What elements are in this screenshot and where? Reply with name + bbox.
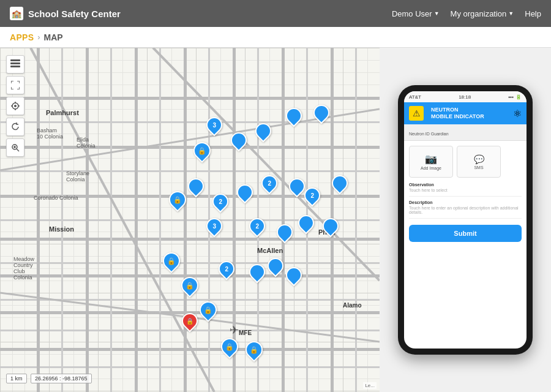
breadcrumb-apps-link[interactable]: Apps bbox=[10, 32, 34, 42]
org-label: My organization bbox=[451, 9, 507, 18]
map-marker[interactable]: 2 bbox=[261, 175, 277, 195]
breadcrumb-map: Map bbox=[44, 32, 63, 42]
observation-field: Observation Touch here to select bbox=[409, 183, 522, 197]
map-marker-alert[interactable]: 🔒 bbox=[182, 313, 198, 333]
road bbox=[282, 48, 285, 392]
road bbox=[159, 48, 161, 392]
phone-carrier: AT&T bbox=[409, 94, 421, 100]
help-link[interactable]: Help bbox=[525, 9, 541, 18]
phone-app-body: 📷 Add Image 💬 SMS Observation Touch here… bbox=[404, 141, 527, 247]
warning-icon: ⚠ bbox=[409, 106, 424, 121]
map-scale: 1 km bbox=[6, 374, 27, 383]
map-marker[interactable] bbox=[188, 178, 204, 198]
sms-button[interactable]: 💬 SMS bbox=[457, 146, 501, 178]
road bbox=[0, 299, 380, 301]
svg-rect-4 bbox=[10, 59, 20, 61]
lock-marker[interactable]: 🔒 bbox=[169, 191, 186, 213]
add-image-button[interactable]: 📷 Add Image bbox=[409, 146, 453, 178]
description-value[interactable]: Touch here to enter an optional descript… bbox=[409, 206, 522, 214]
phone-image-row: 📷 Add Image 💬 SMS bbox=[409, 146, 522, 178]
map-marker[interactable]: 2 bbox=[219, 261, 234, 281]
road bbox=[355, 48, 357, 392]
submit-button[interactable]: Submit bbox=[409, 225, 522, 242]
map-marker[interactable] bbox=[298, 215, 314, 235]
lock-marker[interactable]: 🔒 bbox=[181, 277, 198, 299]
map-marker[interactable] bbox=[313, 105, 329, 124]
svg-line-14 bbox=[17, 149, 19, 151]
map-marker[interactable] bbox=[249, 264, 265, 284]
org-menu[interactable]: My organization ▼ bbox=[451, 9, 514, 18]
map-marker[interactable] bbox=[277, 224, 293, 244]
road bbox=[184, 48, 187, 392]
road bbox=[0, 348, 380, 351]
map-marker[interactable]: 3 bbox=[206, 218, 222, 238]
lock-marker[interactable]: 🔒 bbox=[246, 341, 263, 363]
road bbox=[86, 48, 89, 392]
lock-marker[interactable]: 🔒 bbox=[163, 252, 180, 274]
layers-button[interactable] bbox=[6, 55, 24, 74]
road bbox=[0, 97, 380, 100]
fullscreen-button[interactable] bbox=[6, 76, 24, 94]
map-marker[interactable] bbox=[268, 258, 283, 277]
help-label: Help bbox=[525, 9, 541, 18]
description-label: Description bbox=[409, 200, 522, 205]
road bbox=[0, 262, 380, 264]
refresh-button[interactable] bbox=[6, 118, 24, 136]
observation-label: Observation bbox=[409, 183, 522, 187]
sms-icon: 💬 bbox=[474, 154, 484, 164]
map-marker[interactable] bbox=[231, 132, 247, 152]
org-caret-icon: ▼ bbox=[508, 10, 514, 17]
map-marker[interactable]: 3 bbox=[206, 117, 222, 137]
map-attribution: Le... bbox=[363, 382, 377, 389]
zoom-button[interactable] bbox=[6, 138, 24, 157]
lock-marker[interactable]: 🔒 bbox=[193, 142, 211, 164]
map-marker[interactable] bbox=[323, 218, 339, 238]
road bbox=[0, 146, 380, 149]
observation-value[interactable]: Touch here to select bbox=[409, 188, 522, 192]
signal-icon: ▪▪▪ bbox=[508, 94, 514, 100]
user-label: Demo User bbox=[392, 9, 432, 18]
phone-app-title-line1: NEUTRON bbox=[431, 107, 484, 113]
lock-marker[interactable]: 🔒 bbox=[200, 301, 217, 323]
map-container[interactable]: Palmhurst Mission McAllen Pharr MFE Alam… bbox=[0, 48, 380, 392]
navbar-right: Demo User ▼ My organization ▼ Help bbox=[392, 9, 541, 18]
neutron-logo-icon: ⚛ bbox=[513, 108, 522, 119]
phone-status-bar: AT&T 18:18 ▪▪▪ 🔋 bbox=[404, 91, 527, 102]
road bbox=[0, 170, 380, 172]
breadcrumb-separator: › bbox=[37, 32, 40, 42]
map-marker[interactable]: 2 bbox=[304, 187, 320, 207]
map-marker[interactable] bbox=[286, 267, 302, 287]
road bbox=[110, 48, 112, 392]
map-marker[interactable] bbox=[289, 178, 305, 198]
map-toolbar bbox=[6, 55, 24, 157]
road bbox=[0, 366, 380, 368]
map-marker[interactable] bbox=[332, 175, 348, 195]
user-menu[interactable]: Demo User ▼ bbox=[392, 9, 440, 18]
map-marker[interactable] bbox=[286, 108, 302, 127]
sms-label: SMS bbox=[474, 165, 483, 170]
location-button[interactable] bbox=[6, 97, 24, 115]
map-marker[interactable] bbox=[237, 184, 253, 204]
app-title: School Safety Center bbox=[28, 9, 121, 19]
phone-app-header: ⚠ NEUTRON MOBILE INDICATOR ⚛ bbox=[404, 102, 527, 124]
map-coordinates: 26.26956 : -98.18765 bbox=[31, 374, 92, 383]
road bbox=[37, 48, 40, 392]
lock-marker[interactable]: 🔒 bbox=[221, 338, 238, 360]
svg-point-8 bbox=[14, 105, 17, 107]
section-title: Neutron ID Guardian bbox=[409, 132, 449, 136]
phone-mockup-area: AT&T 18:18 ▪▪▪ 🔋 ⚠ NEUTRON MOBILE INDICA… bbox=[380, 48, 551, 392]
phone-section-label: Neutron ID Guardian bbox=[404, 124, 527, 141]
map-marker[interactable]: 2 bbox=[212, 194, 228, 213]
battery-icon: 🔋 bbox=[515, 94, 522, 100]
description-field: Description Touch here to enter an optio… bbox=[409, 200, 522, 219]
breadcrumb: Apps › Map bbox=[0, 27, 551, 48]
phone-device: AT&T 18:18 ▪▪▪ 🔋 ⚠ NEUTRON MOBILE INDICA… bbox=[398, 85, 533, 355]
map-marker[interactable]: 2 bbox=[249, 218, 265, 238]
camera-icon: 📷 bbox=[425, 153, 437, 165]
svg-rect-5 bbox=[10, 62, 20, 64]
road bbox=[61, 48, 63, 392]
phone-screen: AT&T 18:18 ▪▪▪ 🔋 ⚠ NEUTRON MOBILE INDICA… bbox=[404, 91, 527, 349]
main-content: Palmhurst Mission McAllen Pharr MFE Alam… bbox=[0, 48, 551, 392]
phone-app-title-line2: MOBILE INDICATOR bbox=[431, 113, 484, 120]
map-marker[interactable] bbox=[255, 123, 271, 143]
